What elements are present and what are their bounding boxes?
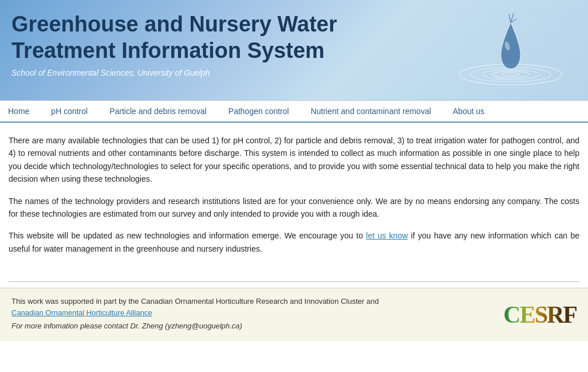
footer-contact: For more infomation please contact Dr. Z… [11,322,379,330]
nav-particle-removal[interactable]: Particle and debris removal [107,105,209,117]
nav-pathogen-control[interactable]: Pathogen control [226,105,291,117]
site-title: Greenhouse and Nursery Water Treatment I… [11,11,366,64]
footer-left: This work was supported in part by the C… [11,297,379,332]
svg-point-4 [502,73,520,76]
let-us-know-link[interactable]: let us know [366,231,408,240]
intro-paragraph-2: The names of the technology providers an… [9,195,579,221]
content-divider [9,281,579,282]
nav-about[interactable]: About us [451,105,487,117]
svg-point-3 [492,71,529,78]
water-ripple-decoration [451,3,577,100]
nav-ph-control[interactable]: pH control [49,105,90,117]
intro-paragraph-1: There are many available technologies th… [9,134,579,186]
main-content: There are many available technologies th… [0,123,588,276]
page-footer: This work was supported in part by the C… [0,288,588,341]
nav-nutrient-removal[interactable]: Nutrient and contaminant removal [309,105,433,117]
footer-support-text: This work was supported in part by the C… [11,297,379,306]
page-header: Greenhouse and Nursery Water Treatment I… [0,0,588,100]
nav-home[interactable]: Home [6,105,31,117]
intro-paragraph-3: This website will be updated as new tech… [9,229,579,255]
alliance-link[interactable]: Canadian Ornamental Horticulture Allianc… [11,308,152,317]
main-navigation: Home pH control Particle and debris remo… [0,100,588,123]
cesrf-logo: CESRF [503,301,577,328]
